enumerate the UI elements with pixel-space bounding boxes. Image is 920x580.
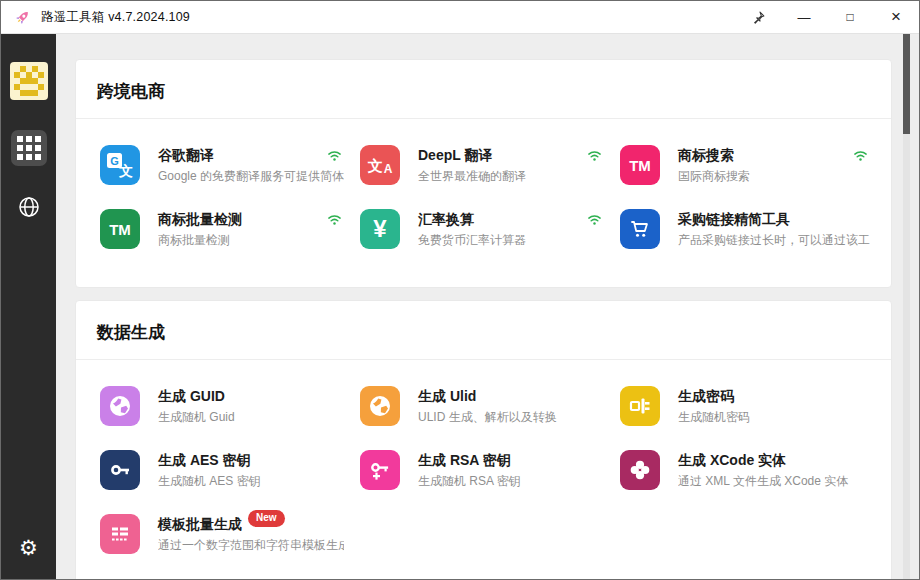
tool-generate-guid[interactable]: 生成 GUID 生成随机 Guid bbox=[100, 386, 360, 430]
wifi-icon bbox=[587, 148, 602, 163]
tool-subtitle: Google 的免费翻译服务可提供简体 bbox=[158, 168, 344, 185]
globe-icon bbox=[100, 386, 140, 426]
section-data-generation: 数据生成 生成 GUID 生成随机 Guid bbox=[75, 300, 892, 579]
wifi-icon bbox=[327, 148, 342, 163]
globe-outline-icon bbox=[17, 195, 41, 219]
pin-icon bbox=[751, 10, 766, 25]
maximize-button[interactable]: □ bbox=[827, 1, 873, 33]
tool-deepl-translate[interactable]: 文A DeepL 翻译 全世界最准确的翻译 bbox=[360, 145, 620, 189]
tool-generate-xcode-entity[interactable]: 生成 XCode 实体 通过 XML 文件生成 XCode 实体 bbox=[620, 450, 883, 494]
tool-google-translate[interactable]: G文 谷歌翻译 Google 的免费翻译服务可提供简体 bbox=[100, 145, 360, 189]
rocket-app-icon bbox=[14, 9, 31, 26]
tool-subtitle: 生成随机 RSA 密钥 bbox=[418, 473, 604, 490]
wifi-icon bbox=[587, 212, 602, 227]
tool-subtitle: 国际商标搜索 bbox=[678, 168, 870, 185]
tool-title: DeepL 翻译 bbox=[418, 146, 492, 165]
tool-title: 生成密码 bbox=[678, 387, 734, 406]
tool-subtitle: 通过一个数字范围和字符串模板生成 bbox=[158, 537, 344, 554]
scrollbar-thumb[interactable] bbox=[903, 34, 910, 134]
app-logo-icon bbox=[13, 65, 45, 97]
new-badge: New bbox=[248, 510, 285, 527]
tool-trademark-search[interactable]: TM 商标搜索 国际商标搜索 bbox=[620, 145, 886, 189]
sidebar-item-settings[interactable]: ⚙ bbox=[19, 538, 38, 559]
section-title: 跨境电商 bbox=[76, 60, 891, 119]
tool-title: 汇率换算 bbox=[418, 210, 474, 229]
tool-generate-password[interactable]: 生成密码 生成随机密码 bbox=[620, 386, 883, 430]
tool-grid: 生成 GUID 生成随机 Guid 生成 Ulid ULID 生成、解析以及转换 bbox=[76, 360, 891, 579]
tool-title: 生成 RSA 密钥 bbox=[418, 451, 511, 470]
trademark-batch-icon: TM bbox=[100, 209, 140, 249]
window-title: 路遥工具箱 v4.7.2024.109 bbox=[41, 9, 190, 26]
tool-template-batch-generate[interactable]: 模板批量生成 New 通过一个数字范围和字符串模板生成 bbox=[100, 514, 360, 558]
template-list-icon bbox=[100, 514, 140, 554]
pin-button[interactable] bbox=[735, 1, 781, 33]
tool-subtitle: 商标批量检测 bbox=[158, 232, 344, 249]
tool-subtitle: 通过 XML 文件生成 XCode 实体 bbox=[678, 473, 867, 490]
tool-title: 商标批量检测 bbox=[158, 210, 242, 229]
clover-icon bbox=[620, 450, 660, 490]
tool-title: 商标搜索 bbox=[678, 146, 734, 165]
tool-title: 采购链接精简工具 bbox=[678, 210, 790, 229]
globe-icon bbox=[360, 386, 400, 426]
sidebar-item-web[interactable] bbox=[11, 192, 47, 222]
tool-generate-aes-key[interactable]: 生成 AES 密钥 生成随机 AES 密钥 bbox=[100, 450, 360, 494]
wifi-icon bbox=[327, 212, 342, 227]
tool-exchange-rate[interactable]: ¥ 汇率换算 免费货币汇率计算器 bbox=[360, 209, 620, 253]
google-translate-icon: G文 bbox=[100, 145, 140, 185]
tool-title: 生成 AES 密钥 bbox=[158, 451, 251, 470]
tool-title: 模板批量生成 bbox=[158, 515, 242, 534]
currency-yen-icon: ¥ bbox=[360, 209, 400, 249]
tool-purchase-link-shortener[interactable]: 采购链接精简工具 产品采购链接过长时，可以通过该工 bbox=[620, 209, 886, 253]
section-title: 数据生成 bbox=[76, 301, 891, 360]
key-plus-icon bbox=[360, 450, 400, 490]
scrollbar-track[interactable] bbox=[903, 34, 910, 579]
tool-grid: G文 谷歌翻译 Google 的免费翻译服务可提供简体 文A bbox=[76, 119, 891, 287]
tool-subtitle: 生成随机 AES 密钥 bbox=[158, 473, 344, 490]
wifi-icon bbox=[853, 148, 868, 163]
app-window: 路遥工具箱 v4.7.2024.109 — □ × bbox=[0, 0, 920, 580]
tool-title: 生成 GUID bbox=[158, 387, 225, 406]
sidebar-item-apps[interactable] bbox=[11, 130, 47, 166]
password-icon bbox=[620, 386, 660, 426]
sidebar-logo[interactable] bbox=[10, 62, 48, 100]
tool-subtitle: 产品采购链接过长时，可以通过该工 bbox=[678, 232, 870, 249]
tool-subtitle: 免费货币汇率计算器 bbox=[418, 232, 604, 249]
tool-subtitle: 生成随机密码 bbox=[678, 409, 867, 426]
apps-grid-icon bbox=[17, 136, 41, 160]
tool-subtitle: ULID 生成、解析以及转换 bbox=[418, 409, 604, 426]
section-cross-border-ecommerce: 跨境电商 G文 谷歌翻译 Google 的免费翻译服务可提供简体 bbox=[75, 59, 892, 288]
gear-icon: ⚙ bbox=[19, 536, 38, 560]
minimize-button[interactable]: — bbox=[781, 1, 827, 33]
tool-trademark-batch-check[interactable]: TM 商标批量检测 商标批量检测 bbox=[100, 209, 360, 253]
close-button[interactable]: × bbox=[873, 1, 919, 33]
window-controls: — □ × bbox=[735, 1, 919, 33]
tool-title: 谷歌翻译 bbox=[158, 146, 214, 165]
tool-subtitle: 生成随机 Guid bbox=[158, 409, 344, 426]
tool-subtitle: 全世界最准确的翻译 bbox=[418, 168, 604, 185]
deepl-translate-icon: 文A bbox=[360, 145, 400, 185]
tool-generate-ulid[interactable]: 生成 Ulid ULID 生成、解析以及转换 bbox=[360, 386, 620, 430]
cart-icon bbox=[620, 209, 660, 249]
sidebar: ⚙ bbox=[1, 34, 56, 579]
tool-generate-rsa-key[interactable]: 生成 RSA 密钥 生成随机 RSA 密钥 bbox=[360, 450, 620, 494]
tool-title: 生成 Ulid bbox=[418, 387, 476, 406]
titlebar: 路遥工具箱 v4.7.2024.109 — □ × bbox=[1, 1, 919, 34]
trademark-icon: TM bbox=[620, 145, 660, 185]
main-content: 跨境电商 G文 谷歌翻译 Google 的免费翻译服务可提供简体 bbox=[56, 34, 919, 579]
key-icon bbox=[100, 450, 140, 490]
tool-title: 生成 XCode 实体 bbox=[678, 451, 786, 470]
